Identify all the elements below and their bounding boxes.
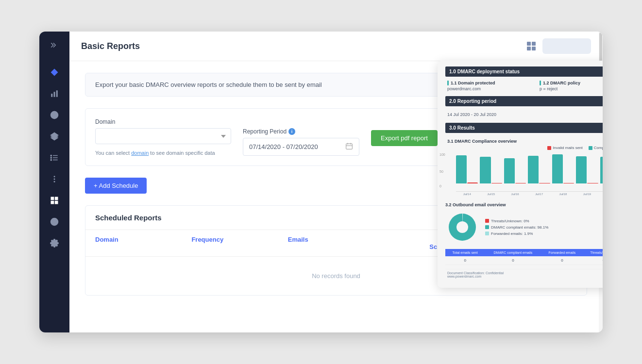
- svg-rect-3: [56, 90, 58, 97]
- bar-chart-container: 100 50 0 Jul/14Jul/15Jul/16Jul/17Jul/18J…: [447, 153, 603, 196]
- export-btn-wrap: Export pdf report: [371, 130, 438, 156]
- svg-point-15: [54, 181, 55, 182]
- pie-dot-threats: [485, 219, 489, 223]
- bar-group: [552, 154, 574, 183]
- bar-red: [491, 183, 502, 183]
- svg-point-12: [51, 159, 51, 160]
- bar-group: [528, 156, 550, 183]
- pdf-policy-label: 1.2 DMARC policy: [540, 81, 603, 85]
- svg-point-14: [54, 179, 55, 180]
- header-action-button[interactable]: [542, 38, 591, 54]
- y-label-50: 50: [439, 170, 443, 173]
- pdf-dmarc-policy: 1.2 DMARC policy p = reject: [540, 81, 603, 91]
- pdf-domain-value: powerdmarc.com: [447, 86, 530, 91]
- pie-chart-wrap: Threats/Unknown: 0% DMARC compliant emai…: [445, 210, 603, 244]
- bar-label: Jul/16: [504, 193, 526, 196]
- compliance-chart-wrap: 3.1 DMARC Compliance overview Invalid ma…: [445, 137, 603, 198]
- sidebar-icon-diamond[interactable]: [46, 64, 63, 81]
- bar-red: [467, 182, 478, 183]
- sidebar-icon-list[interactable]: [46, 149, 63, 166]
- y-label-0: 0: [439, 184, 441, 188]
- svg-point-11: [51, 157, 51, 158]
- outbound-title: 3.2 Outbound email overview: [445, 202, 603, 207]
- sidebar-icon-dots[interactable]: [46, 170, 63, 188]
- header-right: [527, 38, 591, 54]
- reporting-period-info-icon[interactable]: i: [288, 128, 295, 135]
- pdf-table-cell: 0: [445, 256, 485, 265]
- pie-item-dmarc: DMARC compliant emails: 98.1%: [485, 225, 548, 230]
- pdf-section-1: 1.0 DMARC deployment status: [445, 66, 603, 77]
- bar-label: Jul/19: [576, 193, 598, 196]
- pdf-table-col: Threats/Unknown: [583, 249, 603, 256]
- pie-chart-svg: [445, 210, 479, 244]
- bar-green: [480, 157, 490, 183]
- pdf-table-cell: 0: [541, 256, 583, 265]
- sidebar: [39, 32, 69, 332]
- sidebar-toggle[interactable]: [46, 36, 63, 54]
- date-range-value: 07/14/2020 - 07/20/2020: [249, 143, 341, 150]
- bar-label: Jul/17: [528, 193, 550, 196]
- sidebar-icon-bar-chart[interactable]: [46, 85, 63, 102]
- bar-red: [515, 183, 526, 183]
- sidebar-icon-gear[interactable]: [46, 234, 63, 252]
- add-schedule-button[interactable]: + Add Schedule: [85, 178, 147, 194]
- date-range-input[interactable]: 07/14/2020 - 07/20/2020: [243, 138, 359, 156]
- sidebar-icon-box[interactable]: [46, 192, 63, 209]
- bar-label: Jul/18: [552, 193, 574, 196]
- svg-rect-1: [51, 94, 52, 97]
- pie-item-forwarded: Forwarded emails: 1.9%: [485, 232, 548, 236]
- bar-label: Jul/20: [600, 193, 603, 196]
- bar-green: [552, 154, 563, 183]
- bar-label: Jul/15: [480, 193, 502, 196]
- bar-green: [600, 157, 603, 183]
- svg-point-27: [456, 221, 468, 233]
- pdf-table-col: Forwarded emails: [541, 249, 583, 256]
- bar-red: [587, 183, 598, 183]
- pdf-footer-classification: Document Classification: Confidential: [447, 271, 603, 275]
- svg-rect-16: [51, 197, 53, 199]
- pdf-preview-panel: PDF 1.0 DMARC deployment status 1.1 Doma…: [438, 61, 603, 288]
- svg-point-20: [51, 218, 58, 226]
- bar-green: [456, 155, 467, 184]
- pie-item-threats: Threats/Unknown: 0%: [485, 219, 548, 223]
- pie-legend: Threats/Unknown: 0% DMARC compliant emai…: [485, 219, 548, 236]
- domain-hint: You can select domain to see domain spec…: [95, 150, 231, 156]
- domain-hint-link[interactable]: domain: [131, 150, 149, 156]
- y-label-100: 100: [439, 153, 445, 156]
- svg-rect-18: [51, 201, 53, 204]
- svg-rect-17: [55, 197, 58, 199]
- bar-group: [456, 155, 478, 184]
- reporting-period-label-wrap: Reporting Period i: [243, 128, 359, 135]
- bar-group: [504, 158, 526, 183]
- legend-invalid: Invalid mails sent: [547, 146, 582, 150]
- bar-label: Jul/14: [456, 193, 478, 196]
- pdf-table-col: DMARC compliant emails: [485, 249, 541, 256]
- calendar-icon: [345, 142, 353, 151]
- pdf-period-value: 14 Jul 2020 - 20 Jul 2020: [445, 110, 603, 119]
- domain-select[interactable]: [95, 128, 231, 144]
- export-pdf-button[interactable]: Export pdf report: [371, 130, 438, 146]
- pdf-table-cell: 0: [485, 256, 541, 265]
- svg-point-13: [54, 176, 55, 177]
- col-frequency: Frequency: [191, 236, 287, 250]
- bar-chart: [456, 153, 603, 192]
- reporting-period-label: Reporting Period: [243, 128, 287, 135]
- bar-labels: Jul/14Jul/15Jul/16Jul/17Jul/18Jul/19Jul/…: [456, 193, 603, 196]
- pdf-content: 1.0 DMARC deployment status 1.1 Domain p…: [438, 61, 603, 288]
- pie-dot-forwarded: [485, 232, 489, 235]
- pdf-row-1: 1.1 Domain protected powerdmarc.com 1.2 …: [445, 81, 603, 91]
- bar-red: [539, 183, 550, 183]
- sidebar-icon-globe[interactable]: [46, 106, 63, 124]
- grid-view-icon[interactable]: [527, 42, 537, 50]
- pdf-section-2: 2.0 Reporting period: [445, 96, 603, 106]
- bar-group: [480, 157, 502, 183]
- reporting-period-group: Reporting Period i 07/14/2020 - 07/20/20…: [243, 128, 359, 156]
- pdf-table-col: Total emails sent: [445, 249, 485, 256]
- sidebar-icon-layers[interactable]: [46, 128, 63, 145]
- bar-group: [576, 156, 598, 183]
- bar-group: [600, 157, 603, 183]
- pdf-summary-table: Total emails sentDMARC compliant emailsF…: [445, 249, 603, 265]
- svg-point-10: [51, 155, 51, 156]
- sidebar-icon-circle[interactable]: [46, 213, 63, 231]
- pdf-footer: Document Classification: Confidential ww…: [445, 269, 603, 280]
